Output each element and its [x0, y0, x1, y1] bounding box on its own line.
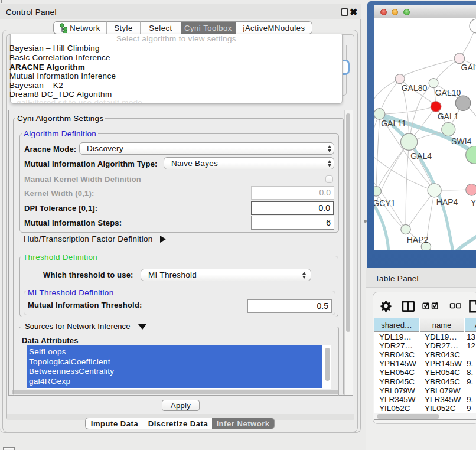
- svg-text:SWI4: SWI4: [451, 136, 471, 146]
- svg-text:GAL1: GAL1: [438, 112, 459, 121]
- svg-text:GAL: GAL: [461, 63, 476, 72]
- svg-text:GAL80: GAL80: [402, 83, 428, 93]
- svg-text:HAP4: HAP4: [436, 197, 458, 207]
- svg-text:Y: Y: [471, 198, 476, 207]
- svg-text:HAP2: HAP2: [407, 235, 429, 244]
- svg-text:GAL10: GAL10: [435, 88, 461, 97]
- svg-text:GCY1: GCY1: [374, 198, 396, 208]
- svg-text:GAL4: GAL4: [410, 151, 432, 161]
- svg-text:GAL11: GAL11: [381, 119, 406, 128]
